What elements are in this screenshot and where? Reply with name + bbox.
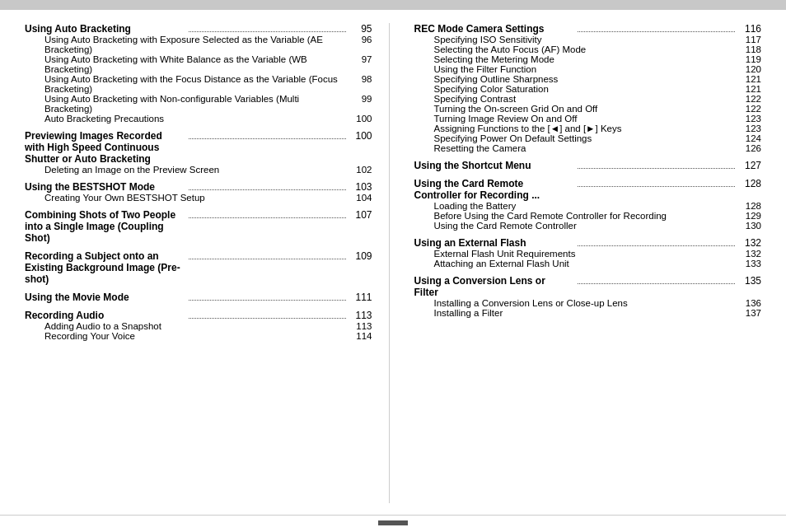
toc-main-row: Recording a Subject onto an Existing Bac… xyxy=(25,250,372,285)
toc-dots xyxy=(578,168,735,169)
toc-sub-title: Adding Audio to a Snapshot xyxy=(44,321,349,331)
toc-sub-title: Selecting the Metering Mode xyxy=(434,54,739,64)
toc-dots xyxy=(189,259,346,259)
toc-section-title: Using the Movie Mode xyxy=(25,292,185,303)
toc-sub-title: Selecting the Auto Focus (AF) Mode xyxy=(434,44,739,54)
toc-sub-page: 121 xyxy=(738,74,761,84)
toc-sub-title: External Flash Unit Requirements xyxy=(434,249,739,259)
toc-dots xyxy=(189,300,346,301)
toc-sub-page: 123 xyxy=(738,124,761,133)
toc-sub-row: Turning Image Review On and Off123 xyxy=(434,114,762,124)
toc-section-title: REC Mode Camera Settings xyxy=(414,23,575,35)
page-number xyxy=(378,520,408,525)
toc-sub-row: Using Auto Bracketing with Exposure Sele… xyxy=(44,35,372,54)
toc-section-shortcut-menu: Using the Shortcut Menu127 xyxy=(414,160,762,171)
toc-main-row: Using Auto Bracketing95 xyxy=(25,23,372,35)
toc-sub-items: External Flash Unit Requirements132Attac… xyxy=(414,249,762,268)
toc-sub-row: Attaching an External Flash Unit133 xyxy=(434,259,762,268)
toc-dots xyxy=(189,217,346,218)
toc-sub-title: Specifying Power On Default Settings xyxy=(434,133,739,143)
toc-sub-row: Using the Card Remote Controller130 xyxy=(434,221,762,231)
toc-section-movie-mode: Using the Movie Mode111 xyxy=(25,292,372,303)
toc-sub-page: 104 xyxy=(349,193,372,203)
toc-page-number: 127 xyxy=(738,160,761,171)
toc-sub-row: Using Auto Bracketing with Non-configura… xyxy=(44,94,372,114)
toc-sub-page: 119 xyxy=(738,54,761,64)
toc-sub-title: Using Auto Bracketing with the Focus Dis… xyxy=(44,74,349,94)
toc-sub-title: Before Using the Card Remote Controller … xyxy=(434,211,739,221)
toc-main-row: Using the Shortcut Menu127 xyxy=(414,160,762,171)
toc-dots xyxy=(578,31,735,32)
toc-section-title: Using an External Flash xyxy=(414,237,575,249)
toc-sub-title: Resetting the Camera xyxy=(434,143,739,153)
toc-page-number: 135 xyxy=(738,275,761,287)
toc-section-recording-subject: Recording a Subject onto an Existing Bac… xyxy=(25,250,372,285)
toc-sub-page: 130 xyxy=(738,221,761,231)
toc-sub-title: Installing a Filter xyxy=(434,308,739,318)
toc-section-external-flash: Using an External Flash132External Flash… xyxy=(414,237,762,268)
toc-sub-page: 133 xyxy=(738,259,761,268)
toc-section-title: Combining Shots of Two People into a Sin… xyxy=(25,209,185,244)
toc-sub-title: Attaching an External Flash Unit xyxy=(434,259,739,268)
toc-sub-title: Using the Card Remote Controller xyxy=(434,221,739,231)
toc-sub-page: 122 xyxy=(738,104,761,114)
toc-sub-row: Installing a Filter137 xyxy=(434,308,762,318)
toc-section-conversion-lens: Using a Conversion Lens or Filter135Inst… xyxy=(414,275,762,318)
toc-page-number: 100 xyxy=(349,130,372,142)
toc-sub-row: Using Auto Bracketing with the Focus Dis… xyxy=(44,74,372,94)
toc-sub-row: External Flash Unit Requirements132 xyxy=(434,249,762,259)
toc-section-title: Using the BESTSHOT Mode xyxy=(25,181,185,193)
toc-sub-row: Auto Bracketing Precautions100 xyxy=(44,114,372,124)
toc-sub-row: Specifying Power On Default Settings124 xyxy=(434,133,762,143)
toc-dots xyxy=(189,31,346,32)
toc-section-title: Previewing Images Recorded with High Spe… xyxy=(25,130,185,165)
toc-sub-row: Loading the Battery128 xyxy=(434,201,762,211)
toc-main-row: Using the BESTSHOT Mode103 xyxy=(25,181,372,193)
page-footer xyxy=(0,515,786,532)
toc-sub-items: Specifying ISO Sensitivity117Selecting t… xyxy=(414,35,762,153)
toc-sub-row: Installing a Conversion Lens or Close-up… xyxy=(434,298,762,308)
toc-sub-title: Assigning Functions to the [◄] and [►] K… xyxy=(434,124,739,133)
toc-sub-row: Selecting the Auto Focus (AF) Mode118 xyxy=(434,44,762,54)
toc-sub-page: 96 xyxy=(349,35,372,44)
toc-page-number: 107 xyxy=(349,209,372,221)
toc-content: Using Auto Bracketing95Using Auto Bracke… xyxy=(0,10,786,511)
toc-sub-row: Adding Audio to a Snapshot113 xyxy=(44,321,372,331)
toc-sub-row: Creating Your Own BESTSHOT Setup104 xyxy=(44,193,372,203)
toc-page-number: 132 xyxy=(738,237,761,249)
toc-dots xyxy=(189,318,346,319)
toc-sub-page: 137 xyxy=(738,308,761,318)
toc-section-card-remote: Using the Card Remote Controller for Rec… xyxy=(414,178,762,231)
toc-section-bestshot: Using the BESTSHOT Mode103Creating Your … xyxy=(25,181,372,203)
toc-section-title: Using Auto Bracketing xyxy=(25,23,185,35)
toc-sub-row: Recording Your Voice114 xyxy=(44,331,372,341)
toc-sub-title: Recording Your Voice xyxy=(44,331,349,341)
toc-section-recording-audio: Recording Audio113Adding Audio to a Snap… xyxy=(25,310,372,341)
toc-dots xyxy=(578,186,735,187)
toc-section-previewing-images: Previewing Images Recorded with High Spe… xyxy=(25,130,372,175)
toc-sub-page: 98 xyxy=(349,74,372,84)
toc-sub-items: Creating Your Own BESTSHOT Setup104 xyxy=(25,193,372,203)
toc-sub-row: Before Using the Card Remote Controller … xyxy=(434,211,762,221)
page: Using Auto Bracketing95Using Auto Bracke… xyxy=(0,0,786,532)
toc-dots xyxy=(578,283,735,284)
toc-main-row: REC Mode Camera Settings116 xyxy=(414,23,762,35)
toc-sub-items: Installing a Conversion Lens or Close-up… xyxy=(414,298,762,318)
toc-sub-page: 126 xyxy=(738,143,761,153)
toc-main-row: Using the Movie Mode111 xyxy=(25,292,372,303)
toc-sub-page: 100 xyxy=(349,114,372,124)
toc-sub-row: Using Auto Bracketing with White Balance… xyxy=(44,54,372,74)
toc-sub-row: Specifying Color Saturation121 xyxy=(434,84,762,94)
toc-page-number: 103 xyxy=(349,181,372,193)
toc-section-title: Using the Shortcut Menu xyxy=(414,160,575,171)
toc-sub-page: 128 xyxy=(738,201,761,211)
toc-sub-items: Adding Audio to a Snapshot113Recording Y… xyxy=(25,321,372,341)
toc-sub-page: 123 xyxy=(738,114,761,124)
toc-sub-row: Turning the On-screen Grid On and Off122 xyxy=(434,104,762,114)
toc-sub-title: Using Auto Bracketing with White Balance… xyxy=(44,54,349,74)
toc-sub-title: Installing a Conversion Lens or Close-up… xyxy=(434,298,739,308)
toc-sub-title: Turning the On-screen Grid On and Off xyxy=(434,104,739,114)
toc-sub-page: 118 xyxy=(738,44,761,54)
left-column: Using Auto Bracketing95Using Auto Bracke… xyxy=(25,23,390,503)
toc-page-number: 113 xyxy=(349,310,372,321)
